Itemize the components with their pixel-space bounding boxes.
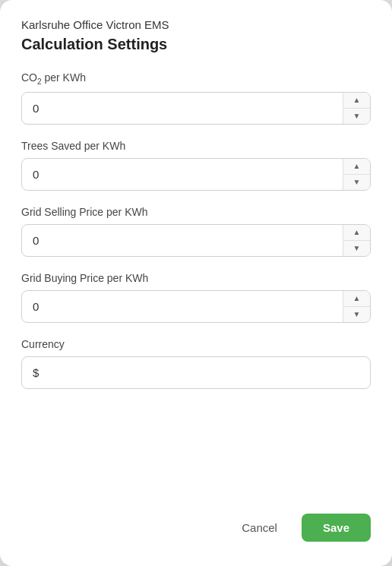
grid-buying-spinner: ▲ ▼ [343,291,370,322]
grid-selling-label: Grid Selling Price per KWh [21,206,371,218]
cancel-button[interactable]: Cancel [226,514,292,542]
currency-input[interactable] [22,357,370,388]
trees-increment-button[interactable]: ▲ [343,159,370,175]
grid-buying-label: Grid Buying Price per KWh [21,272,371,284]
co2-spinner: ▲ ▼ [343,93,370,124]
section-title: Calculation Settings [21,36,371,53]
grid-selling-field-group: Grid Selling Price per KWh ▲ ▼ [21,206,371,257]
currency-field-group: Currency [21,338,371,389]
grid-selling-increment-button[interactable]: ▲ [343,225,370,241]
co2-decrement-button[interactable]: ▼ [343,109,370,124]
grid-buying-input-wrapper: ▲ ▼ [21,290,371,323]
co2-input[interactable] [22,93,370,124]
grid-buying-decrement-button[interactable]: ▼ [343,307,370,322]
currency-input-wrapper [21,356,371,389]
co2-label: CO2 per KWh [21,71,371,86]
grid-buying-input[interactable] [22,291,370,322]
trees-field-group: Trees Saved per KWh ▲ ▼ [21,140,371,191]
modal-container: Karlsruhe Office Victron EMS Calculation… [0,0,392,566]
save-button[interactable]: Save [302,514,371,542]
grid-buying-increment-button[interactable]: ▲ [343,291,370,307]
grid-buying-field-group: Grid Buying Price per KWh ▲ ▼ [21,272,371,323]
trees-decrement-button[interactable]: ▼ [343,175,370,190]
co2-increment-button[interactable]: ▲ [343,93,370,109]
trees-input[interactable] [22,159,370,190]
co2-input-wrapper: ▲ ▼ [21,92,371,125]
grid-selling-input-wrapper: ▲ ▼ [21,224,371,257]
trees-input-wrapper: ▲ ▼ [21,158,371,191]
co2-field-group: CO2 per KWh ▲ ▼ [21,71,371,125]
trees-label: Trees Saved per KWh [21,140,371,152]
app-title: Karlsruhe Office Victron EMS [21,18,371,31]
grid-selling-decrement-button[interactable]: ▼ [343,241,370,256]
currency-label: Currency [21,338,371,350]
grid-selling-spinner: ▲ ▼ [343,225,370,256]
grid-selling-input[interactable] [22,225,370,256]
modal-footer: Cancel Save [21,498,371,542]
trees-spinner: ▲ ▼ [343,159,370,190]
